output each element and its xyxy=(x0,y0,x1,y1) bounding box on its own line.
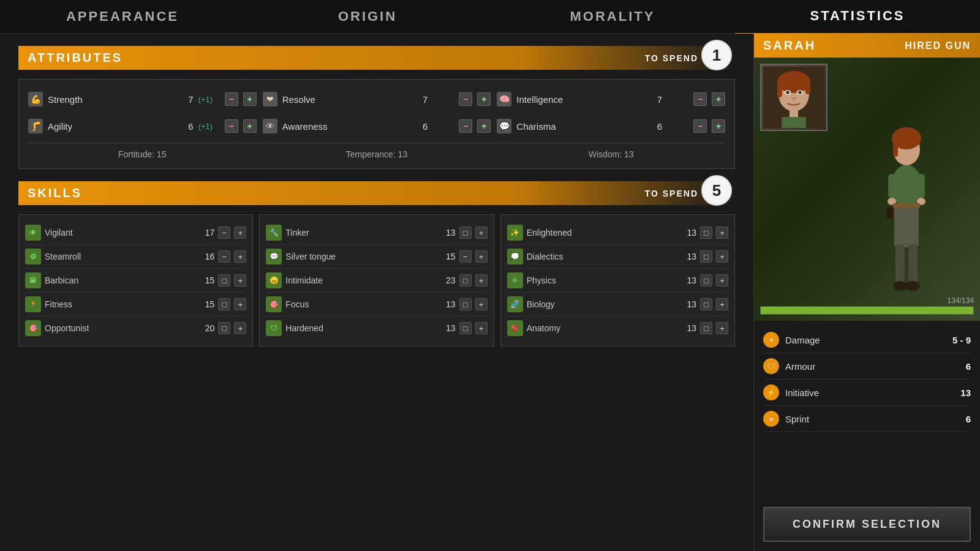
nav-appearance[interactable]: APPEARANCE xyxy=(0,0,245,34)
svg-rect-22 xyxy=(895,244,905,284)
anatomy-label: Anatomy xyxy=(527,323,677,333)
dialectics-minus[interactable]: □ xyxy=(700,250,712,263)
skills-header: SKILLS TO SPEND 5 xyxy=(18,181,735,205)
svg-rect-17 xyxy=(888,174,895,198)
fitness-plus[interactable]: + xyxy=(234,298,246,310)
skill-barbican: 🏛 Barbican 15 □ + xyxy=(25,269,246,293)
skills-to-spend-label: TO SPEND xyxy=(645,189,698,198)
anatomy-minus[interactable]: □ xyxy=(700,322,712,334)
hardened-minus[interactable]: □ xyxy=(459,322,472,334)
charisma-minus[interactable]: − xyxy=(693,119,707,133)
nav-origin[interactable]: ORIGIN xyxy=(245,0,490,34)
steamroll-minus[interactable]: − xyxy=(218,250,230,263)
skills-grid: 👁 Vigilant 17 − + ⚙ Steamroll 16 − + 🏛 B… xyxy=(18,214,735,347)
sprint-value: 6 xyxy=(966,414,971,424)
armour-value: 6 xyxy=(966,361,971,372)
resolve-plus[interactable]: + xyxy=(477,92,491,106)
svg-point-25 xyxy=(905,281,920,291)
intelligence-label: Intelligence xyxy=(516,94,645,105)
fitness-value: 15 xyxy=(199,299,214,309)
skill-intimidate: 😠 Intimidate 23 □ + xyxy=(266,269,487,293)
strength-label: Strength xyxy=(48,94,176,105)
silver-tongue-minus[interactable]: − xyxy=(459,250,472,263)
skills-column-3: ✨ Enlightened 13 □ + 💭 Dialectics 13 □ +… xyxy=(500,214,735,347)
strength-minus[interactable]: − xyxy=(225,92,238,106)
barbican-minus[interactable]: □ xyxy=(218,274,230,287)
tinker-label: Tinker xyxy=(285,228,436,238)
barbican-icon: 🏛 xyxy=(25,272,41,288)
intimidate-plus[interactable]: + xyxy=(475,274,488,287)
resolve-icon: ❤ xyxy=(263,92,277,107)
physics-plus[interactable]: + xyxy=(716,274,728,287)
resolve-value: 7 xyxy=(415,94,428,105)
nav-statistics[interactable]: STATISTICS xyxy=(735,0,980,35)
enlightened-value: 13 xyxy=(681,228,696,238)
confirm-button[interactable]: CONFIRM SELECTION xyxy=(763,507,971,542)
biology-plus[interactable]: + xyxy=(716,298,728,310)
intelligence-icon: 🧠 xyxy=(497,92,511,107)
vigilant-minus[interactable]: − xyxy=(218,227,230,239)
nav-morality[interactable]: MORALITY xyxy=(490,0,735,34)
initiative-value: 13 xyxy=(960,388,971,398)
charisma-plus[interactable]: + xyxy=(712,119,725,133)
skill-opportunist: 🎯 Opportunist 20 □ + xyxy=(25,317,246,340)
opportunist-value: 20 xyxy=(199,323,214,333)
svg-rect-23 xyxy=(908,244,918,284)
attributes-header-container: ATTRIBUTES TO SPEND 1 xyxy=(18,46,735,70)
dialectics-plus[interactable]: + xyxy=(716,250,728,263)
focus-minus[interactable]: □ xyxy=(459,298,472,310)
attributes-header: ATTRIBUTES TO SPEND 1 xyxy=(18,46,735,70)
opportunist-plus[interactable]: + xyxy=(234,322,246,334)
skills-title: SKILLS xyxy=(28,186,82,200)
tinker-plus[interactable]: + xyxy=(475,227,488,239)
biology-minus[interactable]: □ xyxy=(700,298,712,310)
dialectics-icon: 💭 xyxy=(507,249,523,264)
fitness-icon: 🏃 xyxy=(25,296,41,312)
focus-value: 13 xyxy=(440,299,456,309)
vigilant-plus[interactable]: + xyxy=(234,227,246,239)
focus-label: Focus xyxy=(285,299,436,309)
intimidate-label: Intimidate xyxy=(285,276,436,285)
svg-rect-16 xyxy=(893,138,898,157)
awareness-plus[interactable]: + xyxy=(477,119,491,133)
focus-plus[interactable]: + xyxy=(475,298,488,310)
hardened-plus[interactable]: + xyxy=(475,322,488,334)
derived-temperance: Temperance: 13 xyxy=(263,149,491,159)
character-class: HIRED GUN xyxy=(905,40,971,51)
intelligence-minus[interactable]: − xyxy=(693,92,707,106)
resolve-minus[interactable]: − xyxy=(459,92,472,106)
agility-minus[interactable]: − xyxy=(225,119,238,133)
intimidate-icon: 😠 xyxy=(266,272,282,288)
fitness-minus[interactable]: □ xyxy=(218,298,230,310)
attributes-grid: 💪 Strength 7 (+1) − + ❤ Resolve 7 − + xyxy=(28,89,725,137)
silver-tongue-plus[interactable]: + xyxy=(475,250,488,263)
hardened-value: 13 xyxy=(440,323,456,333)
resolve-label: Resolve xyxy=(282,94,411,105)
barbican-plus[interactable]: + xyxy=(234,274,246,287)
intelligence-plus[interactable]: + xyxy=(712,92,725,106)
anatomy-plus[interactable]: + xyxy=(716,322,728,334)
attr-intelligence: 🧠 Intelligence 7 − + xyxy=(497,89,725,110)
steamroll-label: Steamroll xyxy=(45,252,195,261)
attr-charisma: 💬 Charisma 6 − + xyxy=(497,116,725,137)
agility-icon: 🦵 xyxy=(28,119,43,133)
enlightened-minus[interactable]: □ xyxy=(700,227,712,239)
tinker-minus[interactable]: □ xyxy=(459,227,472,239)
physics-minus[interactable]: □ xyxy=(700,274,712,287)
tinker-icon: 🔧 xyxy=(266,225,282,241)
charisma-label: Charisma xyxy=(516,121,645,132)
svg-rect-27 xyxy=(887,208,893,219)
enlightened-plus[interactable]: + xyxy=(716,227,728,239)
opportunist-icon: 🎯 xyxy=(25,320,41,336)
opportunist-minus[interactable]: □ xyxy=(218,322,230,334)
charisma-icon: 💬 xyxy=(497,119,511,133)
silver-tongue-value: 15 xyxy=(440,252,456,261)
intimidate-minus[interactable]: □ xyxy=(459,274,472,287)
steamroll-plus[interactable]: + xyxy=(234,250,246,263)
skills-spend-badge: 5 xyxy=(701,175,732,206)
dialectics-label: Dialectics xyxy=(527,252,677,261)
strength-plus[interactable]: + xyxy=(243,92,257,106)
awareness-minus[interactable]: − xyxy=(459,119,472,133)
agility-plus[interactable]: + xyxy=(243,119,257,133)
stat-sprint: ➤ Sprint 6 xyxy=(763,406,971,432)
